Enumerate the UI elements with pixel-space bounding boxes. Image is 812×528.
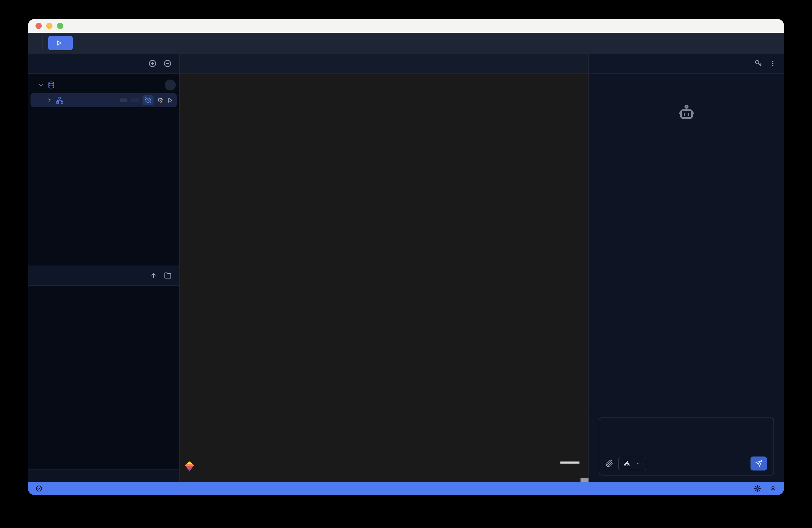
chat-panel <box>589 54 784 482</box>
database-icon <box>47 81 55 89</box>
toolbar <box>28 33 784 54</box>
maptiler-gem-icon <box>184 461 195 472</box>
chat-input-zone <box>589 411 784 482</box>
run-button[interactable] <box>48 36 73 50</box>
eye-off-icon <box>145 97 151 103</box>
app-window: ⚙ <box>28 19 784 495</box>
chevron-down-icon[interactable] <box>38 82 44 88</box>
tree-row-database[interactable] <box>28 79 179 91</box>
zoom-window-button[interactable] <box>57 23 63 29</box>
paperclip-icon[interactable] <box>606 460 613 467</box>
view-tabs <box>179 54 589 74</box>
network-count-badge <box>165 79 176 90</box>
map-canvas[interactable] <box>179 74 589 482</box>
close-window-button[interactable] <box>35 23 42 29</box>
robot-icon <box>677 104 696 123</box>
title-bar <box>28 19 784 33</box>
left-sidebar: ⚙ <box>28 54 179 482</box>
chat-panel-header <box>589 54 784 74</box>
up-directory-icon[interactable] <box>150 272 157 279</box>
chevron-down-icon <box>636 461 641 466</box>
send-button[interactable] <box>751 456 767 470</box>
remove-network-icon[interactable] <box>163 59 172 68</box>
check-circle-icon <box>35 485 43 492</box>
chevron-right-icon[interactable] <box>46 97 53 103</box>
tree-row-model[interactable]: ⚙ <box>30 93 177 107</box>
directory-path <box>28 469 179 482</box>
model-component-count <box>131 99 139 102</box>
maptiler-logo <box>184 461 198 472</box>
send-icon <box>755 460 762 467</box>
network-selector[interactable] <box>618 457 646 470</box>
network-icon <box>56 97 63 104</box>
directory-panel-header <box>28 265 179 286</box>
chat-input-placeholder[interactable] <box>606 424 767 456</box>
chat-input-box[interactable] <box>599 417 774 475</box>
model-status-badge <box>119 99 128 102</box>
user-icon[interactable] <box>769 485 777 492</box>
kebab-menu-icon[interactable] <box>769 60 777 67</box>
status-bar <box>28 482 784 495</box>
play-icon <box>56 40 62 46</box>
visibility-toggle-button[interactable] <box>143 95 154 105</box>
networks-panel-header <box>28 54 179 74</box>
model-settings-button[interactable]: ⚙ <box>157 96 163 104</box>
traffic-lights <box>35 23 63 29</box>
theme-toggle-icon[interactable] <box>754 485 761 492</box>
model-run-button[interactable] <box>167 97 173 103</box>
chat-body <box>589 74 784 411</box>
folder-icon[interactable] <box>164 272 172 279</box>
minimize-window-button[interactable] <box>46 23 53 29</box>
network-map[interactable] <box>179 74 589 482</box>
map-scale-bar <box>560 461 580 464</box>
add-network-icon[interactable] <box>148 59 157 68</box>
network-icon <box>624 460 630 467</box>
main-view <box>179 54 589 482</box>
key-icon[interactable] <box>754 59 763 68</box>
map-attribution <box>580 478 589 482</box>
networks-tree: ⚙ <box>28 74 179 265</box>
